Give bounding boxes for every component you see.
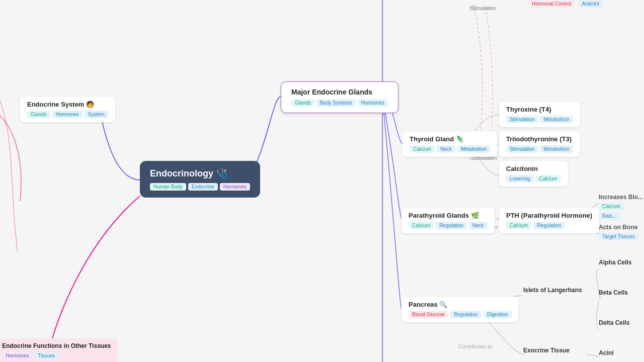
tag-rais: Rais... [599,212,620,220]
islets-node: Islets of Langerhans [523,287,582,294]
thyroid-title: Thyroid Gland 🦎 [410,135,490,143]
tag-calcium: Calcium [536,175,561,183]
other-tissues-tags: Hormones Tissues [2,352,111,359]
alpha-cells-node: Alpha Cells [599,259,631,266]
islets-label: Islets of Langerhans [523,287,582,294]
contributes-to-label: Contributes to [458,343,492,349]
tag-metabolism: Metabolism [540,145,573,153]
alpha-cells-label: Alpha Cells [599,259,631,266]
tag-digestion: Digestion [484,311,512,318]
endocrinology-title: Endocrinology 🩺 [150,168,250,179]
tag-calcium: Calcium [410,145,435,153]
endocrinology-tags: Human Body Endocrine Hormones [150,183,250,191]
stethoscope-icon: 🩺 [216,168,227,179]
tag-hormones: Hormones [2,352,32,359]
tag-glands: Glands [27,111,50,118]
tag-calcium: Calcium [599,203,624,210]
pth-title: PTH (Parathyroid Hormone) [506,212,592,219]
tag-system: System [85,111,108,118]
tag-metabolism: Metabolism [457,145,490,153]
t3-node: Triiodothyronine (T3) Stimulation Metabo… [499,131,580,157]
delta-cells-node: Delta Cells [599,319,629,326]
tag-human-body: Human Body [150,183,186,191]
tag-hormones: Hormones [52,111,83,118]
endocrine-system-tags: Glands Hormones System [27,111,108,118]
t3-title: Triiodothyronine (T3) [506,135,573,143]
major-endocrine-title: Major Endocrine Glands [291,88,388,96]
t3-tags: Stimulation Metabolism [506,145,573,153]
pancreas-tags: Blood Glucose Regulation Digestion [409,311,512,318]
calcitonin-title: Calcitonin [506,165,561,172]
tag-endocrine: Endocrine [188,183,218,191]
parathyroid-label: Parathyroid Glands 🌿 [409,212,479,219]
tag-regulation: Regulation [436,222,467,229]
thyroxine-title: Thyroxine (T4) [506,106,573,113]
tag-anterior: Anterior [579,0,603,8]
beta-cells-node: Beta Cells [599,289,628,296]
tag-lowering: Lowering [506,175,534,183]
increases-blood-title: Increases Blo... [599,194,644,201]
acts-on-bone-title: Acts on Bone [599,224,638,231]
acini-label: Acini [599,349,613,356]
major-endocrine-tags: Glands Body Systems Hormones [291,99,388,107]
pth-tags: Calcium Regulation [506,222,592,229]
tag-hormonal-control: Hormonal Control [528,0,575,8]
pancreas-label: Pancreas 🔍 [409,301,447,308]
pancreas-node: Pancreas 🔍 Blood Glucose Regulation Dige… [401,297,519,322]
endocrine-system-node: Endocrine System 🧑 Glands Hormones Syste… [20,97,115,122]
increases-blood-tags: Calcium Rais... [599,203,644,220]
tag-tissues: Tissues [34,352,58,359]
increases-blood-node: Increases Blo... Calcium Rais... [599,194,644,220]
endocrine-system-label: Endocrine System 🧑 [27,101,94,108]
tag-target-tissues: Target Tissues [599,233,638,240]
thyroid-tags: Calcium Neck Metabolism [410,145,490,153]
pancreas-title: Pancreas 🔍 [409,301,512,308]
beta-cells-label: Beta Cells [599,289,628,296]
calcitonin-tags: Lowering Calcium [506,175,561,183]
tag-neck: Neck [469,222,488,229]
thyroid-gland-node: Thyroid Gland 🦎 Calcium Neck Metabolism [403,131,497,157]
parathyroid-title: Parathyroid Glands 🌿 [409,212,488,219]
tag-hormones: Hormones [358,99,388,107]
delta-cells-label: Delta Cells [599,319,629,326]
stimulates-top-label: Stimulates [470,5,496,11]
hormonal-control-node: Hormonal Control Anterior [528,0,603,7]
tag-calcium: Calcium [409,222,434,229]
endocrine-system-title: Endocrine System 🧑 [27,101,108,108]
thyroxine-tags: Stimulation Metabolism [506,116,573,123]
tag-regulation: Regulation [450,311,481,318]
endocrinology-label: Endocrinology [150,168,213,179]
major-endocrine-glands-node: Major Endocrine Glands Glands Body Syste… [281,81,398,113]
other-tissues-node: Endocrine Functions in Other Tissues Hor… [0,338,118,362]
tag-regulation: Regulation [533,222,565,229]
tag-glands: Glands [291,99,314,107]
endocrinology-node: Endocrinology 🩺 Human Body Endocrine Hor… [140,161,260,198]
parathyroid-tags: Calcium Regulation Neck [409,222,488,229]
exocrine-tissue-node: Exocrine Tissue [523,347,570,354]
thyroid-label: Thyroid Gland 🦎 [410,135,464,143]
tag-stimulation: Stimulation [506,116,538,123]
calcitonin-node: Calcitonin Lowering Calcium [499,161,568,187]
tag-blood-glucose: Blood Glucose [409,311,448,318]
exocrine-tissue-label: Exocrine Tissue [523,347,570,354]
tag-hormones: Hormones [220,183,250,191]
thyroxine-node: Thyroxine (T4) Stimulation Metabolism [499,102,580,127]
acini-node: Acini [599,349,613,356]
acts-on-bone-node: Acts on Bone Target Tissues [599,224,638,240]
tag-body-systems: Body Systems [316,99,356,107]
tag-neck: Neck [437,145,455,153]
pth-node: PTH (Parathyroid Hormone) Calcium Regula… [499,208,599,233]
tag-calcium: Calcium [506,222,531,229]
tag-stimulation: Stimulation [506,145,538,153]
other-tissues-title: Endocrine Functions in Other Tissues [2,342,111,349]
acts-on-bone-tags: Target Tissues [599,233,638,240]
tag-metabolism: Metabolism [540,116,573,123]
parathyroid-node: Parathyroid Glands 🌿 Calcium Regulation … [401,208,495,233]
